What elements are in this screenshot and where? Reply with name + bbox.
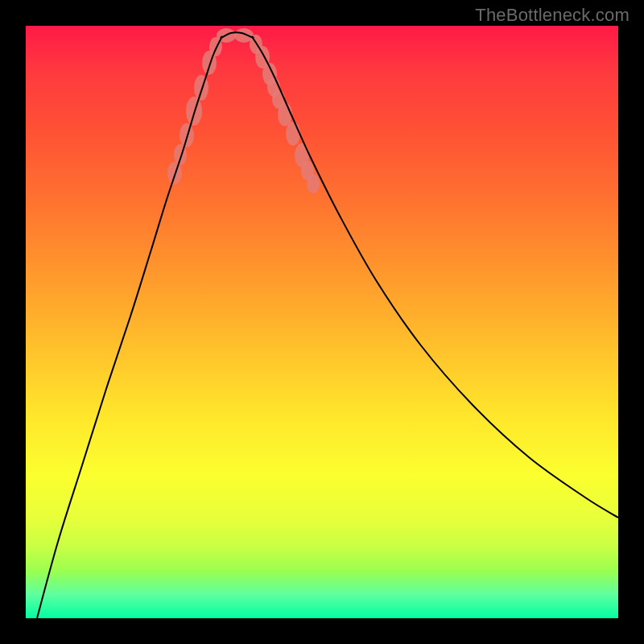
curve-marker: [286, 122, 300, 146]
curve-marker: [194, 75, 208, 101]
plot-area: [26, 26, 618, 618]
chart-svg: [26, 26, 618, 618]
chart-frame: TheBottleneck.com: [0, 0, 644, 644]
curve-marker: [307, 174, 320, 193]
curve-marker: [180, 123, 194, 147]
marker-layer: [167, 28, 320, 193]
bottleneck-curve: [37, 32, 618, 618]
watermark-text: TheBottleneck.com: [475, 5, 630, 26]
